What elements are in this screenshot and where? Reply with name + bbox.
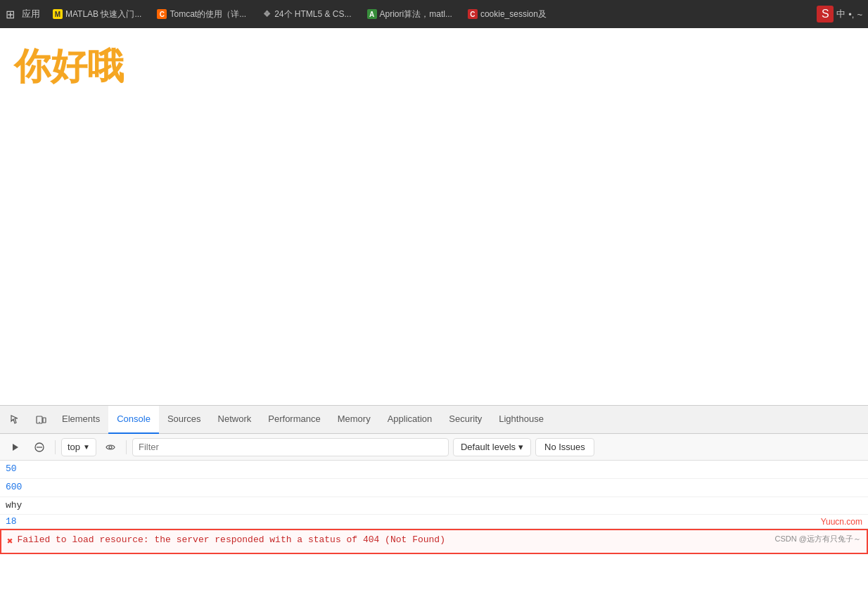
- console-toolbar: top ▼ Default levels ▾ No Issues: [0, 434, 868, 461]
- console-line-why: why: [0, 497, 868, 515]
- input-lang: 中: [836, 8, 845, 20]
- error-text: Failed to load resource: the server resp…: [17, 533, 445, 548]
- tab-matlab[interactable]: M MATLAB 快速入门...: [47, 6, 147, 23]
- tab-html5[interactable]: ❖ 24个 HTML5 & CS...: [256, 6, 357, 23]
- tab-favicon-apriori: A: [367, 9, 377, 19]
- console-output[interactable]: 50 600 why 18 Yuucn.com ✖ Failed to load…: [0, 461, 868, 609]
- tab-lighthouse[interactable]: Lighthouse: [490, 406, 552, 434]
- tab-performance[interactable]: Performance: [260, 406, 328, 434]
- filter-input[interactable]: [132, 438, 449, 456]
- tab-lighthouse-label: Lighthouse: [499, 414, 544, 424]
- tab-network-label: Network: [218, 414, 252, 424]
- tab-security-label: Security: [449, 414, 482, 424]
- tab-sources-label: Sources: [167, 414, 201, 424]
- context-selector-label: top: [68, 442, 80, 452]
- default-levels-button[interactable]: Default levels ▾: [453, 438, 531, 456]
- tab-memory-label: Memory: [338, 414, 371, 424]
- devtools-tabs-bar: Elements Console Sources Network Perform…: [0, 406, 868, 434]
- tab-elements-label: Elements: [62, 414, 100, 424]
- run-script-icon[interactable]: [6, 437, 25, 457]
- tab-elements[interactable]: Elements: [53, 406, 108, 434]
- tab-favicon-matlab: M: [53, 9, 63, 19]
- tab-label-cookie: cookie_session及: [480, 8, 547, 20]
- tab-performance-label: Performance: [268, 414, 320, 424]
- default-levels-arrow: ▾: [518, 442, 523, 452]
- tab-network[interactable]: Network: [210, 406, 260, 434]
- clear-console-icon[interactable]: [30, 437, 49, 457]
- console-value-why: why: [6, 500, 22, 511]
- toolbar-divider-1: [55, 440, 56, 454]
- tab-sources[interactable]: Sources: [159, 406, 210, 434]
- eye-icon[interactable]: [101, 437, 120, 457]
- apps-grid-icon[interactable]: ⊞: [6, 8, 15, 21]
- console-value-18: 18: [6, 516, 17, 527]
- inspect-element-icon[interactable]: [3, 407, 28, 432]
- toolbar-divider-2: [126, 440, 127, 454]
- default-levels-label: Default levels: [461, 442, 516, 452]
- input-method-indicator: S 中 •, ~: [817, 6, 862, 23]
- sogou-icon: S: [817, 6, 834, 23]
- tab-memory[interactable]: Memory: [329, 406, 379, 434]
- svg-marker-3: [13, 444, 18, 451]
- tab-application-label: Application: [388, 414, 433, 424]
- no-issues-label: No Issues: [544, 442, 585, 452]
- device-toolbar-icon[interactable]: [28, 407, 53, 432]
- watermark-csdn: CSDN @远方有只兔子～: [775, 533, 861, 546]
- page-heading: 你好哦: [14, 42, 854, 91]
- input-tilde: ~: [857, 9, 862, 20]
- tab-label-matlab: MATLAB 快速入门...: [65, 8, 141, 20]
- devtools-panel: Elements Console Sources Network Perform…: [0, 405, 868, 609]
- webpage-content: 你好哦: [0, 28, 868, 405]
- tab-favicon-html5: ❖: [262, 9, 272, 19]
- input-extra: •,: [848, 9, 854, 20]
- console-line-50: 50: [0, 461, 868, 479]
- no-issues-button[interactable]: No Issues: [535, 438, 594, 456]
- console-line-600: 600: [0, 479, 868, 497]
- console-error-row: ✖ Failed to load resource: the server re…: [0, 529, 868, 553]
- apps-label: 应用: [22, 8, 40, 20]
- tab-console[interactable]: Console: [108, 406, 159, 434]
- tab-apriori[interactable]: A Apriori算法，matl...: [362, 6, 458, 23]
- tab-tomcat[interactable]: C Tomcat的使用（详...: [151, 6, 252, 23]
- tab-console-label: Console: [117, 414, 151, 424]
- svg-point-6: [109, 446, 112, 449]
- tab-security[interactable]: Security: [440, 406, 490, 434]
- tab-cookie[interactable]: C cookie_session及: [462, 6, 552, 23]
- tab-favicon-tomcat: C: [157, 9, 167, 19]
- tab-label-tomcat: Tomcat的使用（详...: [170, 8, 246, 20]
- browser-top-bar: ⊞ 应用 M MATLAB 快速入门... C Tomcat的使用（详... ❖…: [0, 0, 868, 28]
- console-value-600: 600: [6, 482, 22, 492]
- svg-point-2: [39, 421, 40, 423]
- tab-favicon-cookie: C: [468, 9, 478, 19]
- error-icon: ✖: [7, 534, 13, 549]
- console-error-message: ✖ Failed to load resource: the server re…: [0, 529, 868, 553]
- console-line-18-row: 18 Yuucn.com: [0, 515, 868, 529]
- watermark-yuucn: Yuucn.com: [821, 517, 862, 527]
- tab-label-apriori: Apriori算法，matl...: [380, 8, 452, 20]
- tab-application[interactable]: Application: [379, 406, 441, 434]
- console-value-50: 50: [6, 463, 17, 474]
- context-selector[interactable]: top ▼: [61, 438, 96, 456]
- context-selector-arrow: ▼: [83, 443, 90, 451]
- tab-label-html5: 24个 HTML5 & CS...: [274, 8, 351, 20]
- svg-rect-1: [43, 418, 46, 423]
